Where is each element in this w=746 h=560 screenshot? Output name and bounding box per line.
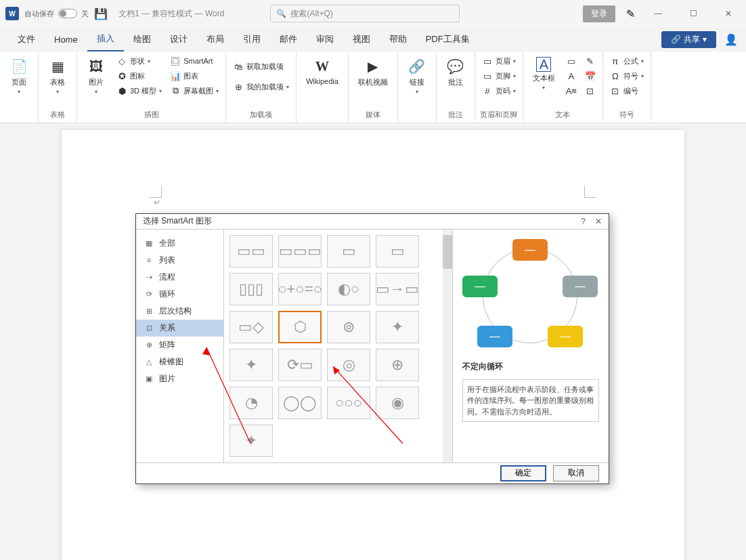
cat-matrix[interactable]: ⊕矩阵 xyxy=(136,337,223,353)
screenshot-button[interactable]: ⧉屏幕截图 xyxy=(167,84,221,98)
my-addins-button[interactable]: ⊕我的加载项 xyxy=(230,80,292,93)
links-button[interactable]: 🔗链接 xyxy=(402,54,432,98)
layout-thumb[interactable]: ▭ xyxy=(376,235,419,267)
autosave-toggle[interactable]: 自动保存 关 xyxy=(24,9,89,19)
cat-process-icon: ⇢ xyxy=(144,272,154,282)
link-icon: 🔗 xyxy=(408,57,426,76)
table-button[interactable]: ▦表格 xyxy=(43,54,72,98)
layout-thumb[interactable]: ▭→▭ xyxy=(376,273,419,305)
textbox-button[interactable]: A文本框 xyxy=(527,54,561,93)
maximize-button[interactable]: ☐ xyxy=(681,4,705,23)
layout-thumb[interactable]: ✦ xyxy=(229,349,273,381)
comment-button[interactable]: 💬批注 xyxy=(441,54,470,90)
cancel-button[interactable]: 取消 xyxy=(553,465,599,481)
icons-button[interactable]: ✪图标 xyxy=(114,69,164,83)
cat-cycle[interactable]: ⟳循环 xyxy=(136,286,223,303)
ribbon-insert: 📄页面 ▦表格 表格 🖼图片 ◇形状 ✪图标 ⬢3D 模型 ⿴SmartArt … xyxy=(0,51,746,123)
footer-button[interactable]: ▭页脚 xyxy=(479,69,519,83)
pen-icon[interactable]: ✎ xyxy=(626,7,635,20)
layout-thumb[interactable]: ⟳▭ xyxy=(278,349,322,381)
cat-all-icon: ▦ xyxy=(144,238,154,248)
layout-thumb[interactable]: ▭ xyxy=(327,235,370,267)
autosave-label: 自动保存 xyxy=(24,9,54,19)
object-button[interactable]: ⊡ xyxy=(582,84,598,98)
close-button[interactable]: ✕ xyxy=(716,4,741,23)
layout-thumb[interactable]: ▯▯▯ xyxy=(229,273,273,305)
layout-thumb-selected[interactable]: ⬡ xyxy=(278,311,322,343)
menu-view[interactable]: 视图 xyxy=(343,28,380,51)
pages-button[interactable]: 📄页面 xyxy=(4,54,34,98)
datetime-button[interactable]: 📅 xyxy=(582,69,598,83)
header-button[interactable]: ▭页眉 xyxy=(479,54,519,68)
layout-thumb[interactable]: ✦ xyxy=(376,311,419,343)
dialog-close-button[interactable]: ✕ xyxy=(595,217,602,226)
layout-thumb[interactable]: ✦ xyxy=(229,425,273,457)
group-label-headerfooter: 页眉和页脚 xyxy=(479,108,519,121)
search-input[interactable]: 🔍 搜索(Alt+Q) xyxy=(270,5,460,22)
3d-icon: ⬢ xyxy=(116,85,127,96)
menu-home[interactable]: Home xyxy=(45,29,87,50)
cat-hierarchy[interactable]: ⊞层次结构 xyxy=(136,303,223,320)
pictures-button[interactable]: 🖼图片 xyxy=(81,54,111,98)
layout-thumb[interactable]: ◯◯ xyxy=(278,387,322,419)
signature-button[interactable]: ✎ xyxy=(582,54,598,68)
menu-draw[interactable]: 绘图 xyxy=(124,28,160,51)
dialog-help-button[interactable]: ? xyxy=(581,217,586,226)
layout-scrollbar[interactable] xyxy=(443,230,452,462)
layout-thumb[interactable]: ◐○ xyxy=(327,273,370,305)
comments-icon[interactable]: 👤 xyxy=(724,33,738,46)
3dmodel-button[interactable]: ⬢3D 模型 xyxy=(114,84,164,98)
menu-mailings[interactable]: 邮件 xyxy=(270,28,307,51)
save-icon[interactable]: 💾 xyxy=(94,7,108,20)
layout-thumb[interactable]: ◎ xyxy=(327,349,370,381)
cat-relationship[interactable]: ⊡关系 xyxy=(136,320,223,337)
login-button[interactable]: 登录 xyxy=(583,5,615,22)
equation-button[interactable]: π公式 xyxy=(607,54,646,68)
menu-help[interactable]: 帮助 xyxy=(380,28,416,51)
footer-icon: ▭ xyxy=(482,70,493,81)
get-addins-button[interactable]: 🛍获取加载项 xyxy=(230,60,292,73)
page-number-button[interactable]: #页码 xyxy=(479,84,519,98)
online-video-button[interactable]: ▶联机视频 xyxy=(353,54,393,90)
menu-pdf[interactable]: PDF工具集 xyxy=(416,28,479,51)
layout-thumb[interactable]: ◔ xyxy=(229,387,273,419)
layout-thumb[interactable]: ⊚ xyxy=(327,311,370,343)
cat-pyramid[interactable]: △棱锥图 xyxy=(136,353,223,370)
menu-review[interactable]: 审阅 xyxy=(307,28,343,51)
share-button[interactable]: 🔗 共享 ▾ xyxy=(661,31,716,48)
smartart-button[interactable]: ⿴SmartArt xyxy=(167,54,221,68)
symbol-icon: Ω xyxy=(610,70,621,81)
layout-thumb[interactable]: ▭▭▭ xyxy=(278,235,322,267)
wordart-button[interactable]: A xyxy=(563,69,579,83)
layout-thumb[interactable]: ⊕ xyxy=(376,349,419,381)
preview-image: — — — — — xyxy=(462,239,598,354)
cat-picture[interactable]: ▣图片 xyxy=(136,370,223,387)
number-button[interactable]: ⊡编号 xyxy=(607,84,646,98)
icons-icon: ✪ xyxy=(116,70,127,81)
group-label-table: 表格 xyxy=(43,108,72,121)
layout-thumb[interactable]: ▭▭ xyxy=(229,235,273,267)
ok-button[interactable]: 确定 xyxy=(500,465,546,481)
shapes-button[interactable]: ◇形状 xyxy=(114,54,164,68)
layout-thumb[interactable]: ◉ xyxy=(376,387,419,419)
dropcap-button[interactable]: A≡ xyxy=(563,84,579,98)
cat-hierarchy-icon: ⊞ xyxy=(144,306,154,316)
menu-insert[interactable]: 插入 xyxy=(87,27,124,51)
layout-thumb[interactable]: ▭◇ xyxy=(229,311,273,343)
layout-thumb[interactable]: ○○○ xyxy=(327,387,370,419)
wikipedia-button[interactable]: WWikipedia xyxy=(301,54,344,88)
preview-description: 用于在循环流程中表示阶段、任务或事件的连续序列。每一图形的重要级别相同。不需指示… xyxy=(462,379,599,423)
chart-button[interactable]: 📊图表 xyxy=(167,69,221,83)
group-label-addins: 加载项 xyxy=(230,108,292,121)
menu-references[interactable]: 引用 xyxy=(234,28,270,51)
cat-all[interactable]: ▦全部 xyxy=(136,235,223,252)
menu-design[interactable]: 设计 xyxy=(160,28,197,51)
menu-layout[interactable]: 布局 xyxy=(197,28,234,51)
cat-list[interactable]: ≡列表 xyxy=(136,252,223,269)
quickparts-button[interactable]: ▭ xyxy=(563,54,579,68)
layout-thumb[interactable]: ○+○=○ xyxy=(278,273,322,305)
cat-process[interactable]: ⇢流程 xyxy=(136,269,223,286)
menu-file[interactable]: 文件 xyxy=(8,28,45,51)
symbol-button[interactable]: Ω符号 xyxy=(607,69,646,83)
minimize-button[interactable]: — xyxy=(646,4,670,23)
